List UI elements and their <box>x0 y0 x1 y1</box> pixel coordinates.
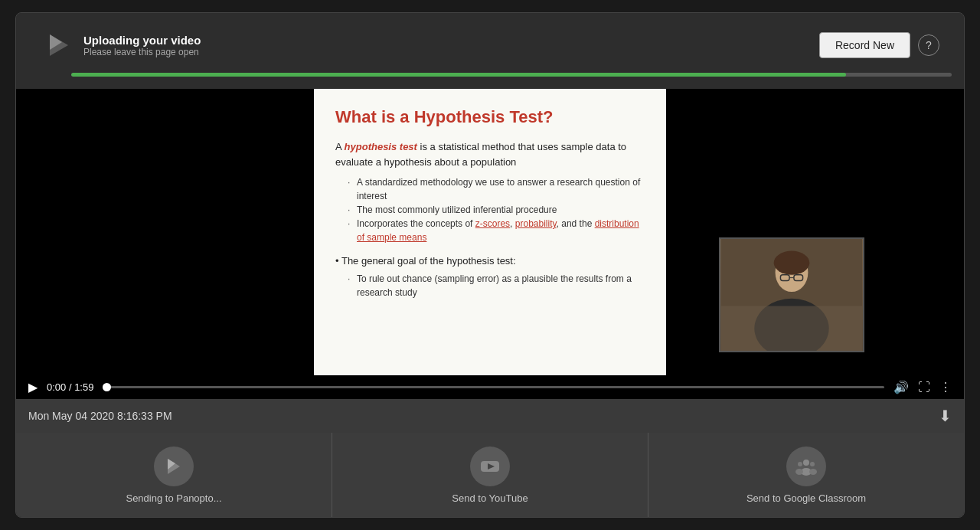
slide-panel: What is a Hypothesis Test? A hypothesis … <box>314 89 666 375</box>
youtube-icon-circle <box>470 447 510 486</box>
google-classroom-share-icon <box>795 456 817 477</box>
question-mark-icon: ? <box>926 39 932 51</box>
google-classroom-label: Send to Google Classroom <box>746 492 866 504</box>
header-left: Uploading your video Please leave this p… <box>41 28 201 62</box>
fullscreen-button[interactable]: ⛶ <box>918 381 930 394</box>
volume-button[interactable]: 🔊 <box>893 380 909 394</box>
svg-rect-9 <box>721 306 863 351</box>
youtube-label: Send to YouTube <box>452 492 528 504</box>
info-bar: Mon May 04 2020 8:16:33 PM ⬇ <box>16 399 964 433</box>
seek-handle[interactable] <box>103 383 111 391</box>
intro-italic: hypothesis test <box>345 141 417 152</box>
time-display: 0:00 / 1:59 <box>47 381 93 393</box>
panopto-icon-circle <box>154 447 194 486</box>
recording-date: Mon May 04 2020 8:16:33 PM <box>28 410 172 422</box>
play-button[interactable]: ▶ <box>28 380 38 394</box>
play-icon: ▶ <box>28 381 38 394</box>
seek-bar[interactable] <box>103 386 884 388</box>
probability-link: probability <box>515 218 557 229</box>
svg-point-17 <box>795 469 803 475</box>
header-content: Uploading your video Please leave this p… <box>28 21 952 70</box>
panopto-logo-icon <box>41 28 74 62</box>
goal-sub-bullet: To rule out chance (sampling error) as a… <box>348 272 645 299</box>
goal-text: The general goal of the hypothesis test: <box>341 255 516 267</box>
share-google-classroom[interactable]: Send to Google Classroom <box>648 433 964 517</box>
goal-bullet: • <box>335 255 341 267</box>
progress-fill <box>71 73 846 77</box>
person-svg <box>720 239 863 351</box>
slide-sub-list: A standardized methodology we use to ans… <box>335 175 645 244</box>
record-new-button[interactable]: Record New <box>819 32 910 58</box>
slide-goal: • The general goal of the hypothesis tes… <box>335 254 645 299</box>
left-black <box>16 89 314 375</box>
svg-point-4 <box>774 251 810 275</box>
download-icon: ⬇ <box>939 407 952 424</box>
help-button[interactable]: ? <box>918 34 939 56</box>
volume-icon: 🔊 <box>893 381 909 394</box>
video-main: What is a Hypothesis Test? A hypothesis … <box>16 89 964 375</box>
video-controls: ▶ 0:00 / 1:59 🔊 ⛶ ⋮ <box>16 375 964 399</box>
header-text: Uploading your video Please leave this p… <box>83 34 201 57</box>
zscores-link: z-scores <box>475 218 510 229</box>
panopto-label: Sending to Panopto... <box>126 492 221 504</box>
google-classroom-icon-circle <box>786 447 826 486</box>
upload-subtitle: Please leave this page open <box>83 47 201 57</box>
more-options-icon: ⋮ <box>939 381 952 394</box>
upload-progress-bar <box>71 73 952 77</box>
upload-title: Uploading your video <box>83 34 201 47</box>
webcam-person <box>720 239 863 351</box>
youtube-share-icon <box>479 456 501 477</box>
slide-title: What is a Hypothesis Test? <box>335 107 645 127</box>
svg-point-19 <box>809 469 817 475</box>
sub-bullet-1: A standardized methodology we use to ans… <box>348 175 645 203</box>
share-row: Sending to Panopto... Send to YouTube <box>16 433 964 517</box>
sub-bullet-3: Incorporates the concepts of z-scores, p… <box>348 217 645 244</box>
svg-point-18 <box>810 462 815 466</box>
share-youtube[interactable]: Send to YouTube <box>332 433 648 517</box>
goal-sub-list: To rule out chance (sampling error) as a… <box>335 272 645 299</box>
panopto-share-icon <box>163 456 185 477</box>
fullscreen-icon: ⛶ <box>918 381 930 394</box>
app-container: Uploading your video Please leave this p… <box>15 12 965 518</box>
video-container: What is a Hypothesis Test? A hypothesis … <box>16 89 964 399</box>
download-button[interactable]: ⬇ <box>939 407 952 425</box>
sub-bullet-2: The most commonly utilized inferential p… <box>348 203 645 217</box>
slide-intro: A hypothesis test is a statistical metho… <box>335 139 645 169</box>
header: Uploading your video Please leave this p… <box>16 13 964 89</box>
webcam-overlay <box>719 237 864 352</box>
share-panopto[interactable]: Sending to Panopto... <box>16 433 332 517</box>
svg-point-14 <box>803 460 809 466</box>
header-right: Record New ? <box>819 32 939 58</box>
svg-point-16 <box>798 462 802 466</box>
more-options-button[interactable]: ⋮ <box>939 380 952 394</box>
intro-prefix: A <box>335 141 345 152</box>
